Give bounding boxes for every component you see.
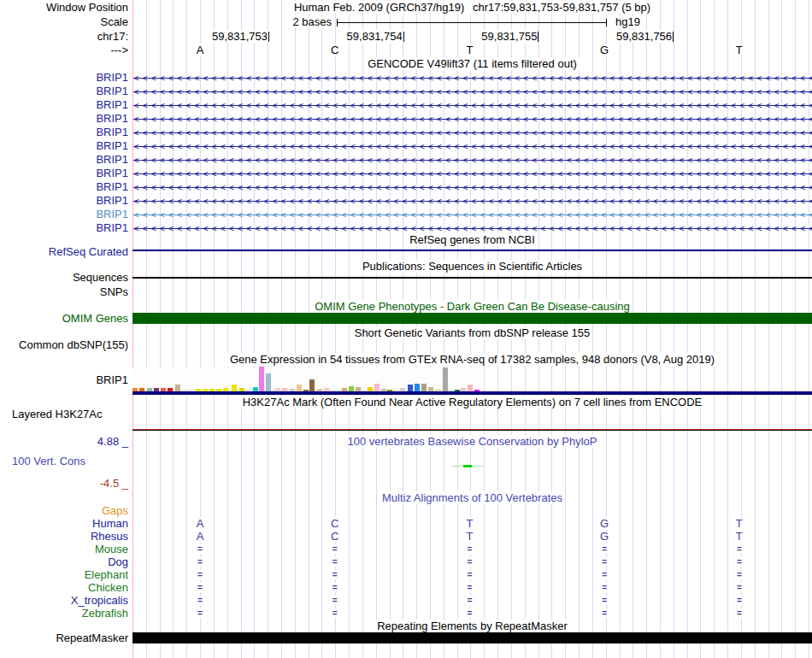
vert-cons-label[interactable]: 100 Vert. Cons bbox=[12, 455, 85, 467]
multiz-species-label[interactable]: X_tropicalis bbox=[0, 594, 128, 607]
gene-transcript-row[interactable]: BRIP1<<<<<<<<<<<<<<<<<<<<<<<<<<<<<<<<<<<… bbox=[0, 153, 812, 167]
multiz-align-cell: T bbox=[727, 517, 752, 530]
gencode-title[interactable]: GENCODE V49lift37 (11 items filtered out… bbox=[132, 58, 812, 70]
multiz-align-cell: T bbox=[456, 530, 482, 543]
multiz-align-cell: = bbox=[322, 543, 348, 555]
multiz-align-cell: = bbox=[727, 581, 752, 594]
gene-body[interactable]: <<<<<<<<<<<<<<<<<<<<<<<<<<<<<<<<<<<<<<<<… bbox=[133, 208, 812, 221]
multiz-align-cell: = bbox=[727, 607, 752, 620]
multiz-align-cell: = bbox=[727, 543, 752, 555]
gene-label[interactable]: BRIP1 bbox=[0, 112, 128, 126]
multiz-species-label[interactable]: Chicken bbox=[0, 581, 128, 594]
gene-body[interactable]: <<<<<<<<<<<<<<<<<<<<<<<<<<<<<<<<<<<<<<<<… bbox=[133, 194, 812, 208]
multiz-species-row: Mouse===== bbox=[0, 543, 812, 555]
dbsnp-title[interactable]: Short Genetic Variants from dbSNP releas… bbox=[132, 327, 812, 339]
omim-genes-label[interactable]: OMIM Genes bbox=[0, 313, 128, 325]
gene-transcript-row[interactable]: BRIP1<<<<<<<<<<<<<<<<<<<<<<<<<<<<<<<<<<<… bbox=[0, 71, 812, 85]
multiz-species-label[interactable]: Elephant bbox=[0, 568, 128, 581]
ruler-tick: 59,831,756 bbox=[0, 31, 674, 43]
omim-title[interactable]: OMIM Gene Phenotypes - Dark Green Can Be… bbox=[132, 301, 812, 313]
gtex-expression-plot[interactable] bbox=[132, 367, 480, 391]
gene-strand-arrows-icon: <<<<<<<<<<<<<<<<<<<<<<<<<<<<<<<<<<<<<<<<… bbox=[133, 194, 812, 208]
gene-transcript-row[interactable]: BRIP1<<<<<<<<<<<<<<<<<<<<<<<<<<<<<<<<<<<… bbox=[0, 126, 812, 139]
multiz-align-cell: = bbox=[187, 543, 213, 555]
gtex-tissue-bar bbox=[266, 373, 271, 391]
gene-transcript-row[interactable]: BRIP1<<<<<<<<<<<<<<<<<<<<<<<<<<<<<<<<<<<… bbox=[0, 208, 812, 221]
gene-label[interactable]: BRIP1 bbox=[0, 194, 128, 208]
gene-body[interactable]: <<<<<<<<<<<<<<<<<<<<<<<<<<<<<<<<<<<<<<<<… bbox=[133, 126, 812, 139]
gene-transcript-row[interactable]: BRIP1<<<<<<<<<<<<<<<<<<<<<<<<<<<<<<<<<<<… bbox=[0, 98, 812, 112]
multiz-align-cell: G bbox=[591, 517, 617, 530]
gene-label[interactable]: BRIP1 bbox=[0, 98, 128, 112]
gene-strand-arrows-icon: <<<<<<<<<<<<<<<<<<<<<<<<<<<<<<<<<<<<<<<<… bbox=[133, 98, 812, 112]
base-letter: T bbox=[456, 44, 482, 56]
gene-label[interactable]: BRIP1 bbox=[0, 126, 128, 139]
gtex-gene-label[interactable]: BRIP1 bbox=[0, 374, 128, 386]
publications-title[interactable]: Publications: Sequences in Scientific Ar… bbox=[132, 261, 812, 273]
multiz-align-cell: = bbox=[591, 555, 617, 568]
gtex-tissue-bar bbox=[468, 385, 473, 391]
base-letter: G bbox=[591, 44, 617, 56]
gene-transcript-row[interactable]: BRIP1<<<<<<<<<<<<<<<<<<<<<<<<<<<<<<<<<<<… bbox=[0, 167, 812, 180]
multiz-align-cell: C bbox=[322, 530, 348, 543]
gene-label[interactable]: BRIP1 bbox=[0, 221, 128, 235]
gtex-tissue-bar bbox=[415, 384, 420, 391]
multiz-gaps-label[interactable]: Gaps bbox=[0, 505, 128, 517]
gene-body[interactable]: <<<<<<<<<<<<<<<<<<<<<<<<<<<<<<<<<<<<<<<<… bbox=[133, 112, 812, 126]
gtex-baseline bbox=[132, 391, 812, 395]
gene-label[interactable]: BRIP1 bbox=[0, 139, 128, 153]
multiz-species-label[interactable]: Mouse bbox=[0, 543, 128, 555]
multiz-align-cell: = bbox=[322, 555, 348, 568]
multiz-species-row: HumanACTGT bbox=[0, 517, 812, 530]
gene-transcript-row[interactable]: BRIP1<<<<<<<<<<<<<<<<<<<<<<<<<<<<<<<<<<<… bbox=[0, 112, 812, 126]
gene-body[interactable]: <<<<<<<<<<<<<<<<<<<<<<<<<<<<<<<<<<<<<<<<… bbox=[133, 167, 812, 180]
scale-bar bbox=[337, 22, 607, 23]
sequences-label[interactable]: Sequences bbox=[0, 272, 128, 284]
multiz-title[interactable]: Multiz Alignments of 100 Vertebrates bbox=[132, 492, 812, 504]
gene-label[interactable]: BRIP1 bbox=[0, 167, 128, 180]
repeatmasker-bar[interactable] bbox=[132, 632, 812, 643]
gene-transcript-row[interactable]: BRIP1<<<<<<<<<<<<<<<<<<<<<<<<<<<<<<<<<<<… bbox=[0, 139, 812, 153]
multiz-species-label[interactable]: Rhesus bbox=[0, 530, 128, 543]
multiz-species-label[interactable]: Dog bbox=[0, 555, 128, 568]
gene-label[interactable]: BRIP1 bbox=[0, 153, 128, 167]
gtex-title[interactable]: Gene Expression in 54 tissues from GTEx … bbox=[132, 354, 812, 366]
refseq-curated-label[interactable]: RefSeq Curated bbox=[0, 246, 128, 258]
conservation-title[interactable]: 100 vertebrates Basewise Conservation by… bbox=[132, 436, 812, 448]
gene-label[interactable]: BRIP1 bbox=[0, 71, 128, 85]
repeatmasker-label[interactable]: RepeatMasker bbox=[0, 632, 128, 644]
gene-body[interactable]: <<<<<<<<<<<<<<<<<<<<<<<<<<<<<<<<<<<<<<<<… bbox=[133, 139, 812, 153]
sequences-track-line[interactable] bbox=[132, 277, 812, 279]
omim-gene-bar[interactable] bbox=[132, 313, 812, 324]
common-dbsnp-label[interactable]: Common dbSNP(155) bbox=[0, 339, 128, 351]
refseq-track-line[interactable] bbox=[132, 250, 812, 251]
repeatmasker-title[interactable]: Repeating Elements by RepeatMasker bbox=[132, 620, 812, 632]
gene-label[interactable]: BRIP1 bbox=[0, 208, 128, 221]
multiz-species-row: Dog===== bbox=[0, 555, 812, 568]
gene-body[interactable]: <<<<<<<<<<<<<<<<<<<<<<<<<<<<<<<<<<<<<<<<… bbox=[133, 85, 812, 98]
strand-label: ---> bbox=[0, 44, 128, 56]
gene-transcript-row[interactable]: BRIP1<<<<<<<<<<<<<<<<<<<<<<<<<<<<<<<<<<<… bbox=[0, 85, 812, 98]
gene-label[interactable]: BRIP1 bbox=[0, 180, 128, 194]
position-title: chr17:59,831,753-59,831,757 (5 bp) bbox=[470, 1, 653, 14]
gene-body[interactable]: <<<<<<<<<<<<<<<<<<<<<<<<<<<<<<<<<<<<<<<<… bbox=[133, 153, 812, 167]
multiz-species-label[interactable]: Zebrafish bbox=[0, 607, 128, 620]
gene-transcript-row[interactable]: BRIP1<<<<<<<<<<<<<<<<<<<<<<<<<<<<<<<<<<<… bbox=[0, 180, 812, 194]
gtex-tissue-bar bbox=[421, 384, 427, 391]
layered-h3k27ac-label[interactable]: Layered H3K27Ac bbox=[12, 408, 103, 420]
gene-body[interactable]: <<<<<<<<<<<<<<<<<<<<<<<<<<<<<<<<<<<<<<<<… bbox=[133, 71, 812, 85]
snps-label[interactable]: SNPs bbox=[0, 286, 128, 298]
scale-label: Scale bbox=[0, 16, 128, 28]
multiz-species-label[interactable]: Human bbox=[0, 517, 128, 530]
gene-transcript-row[interactable]: BRIP1<<<<<<<<<<<<<<<<<<<<<<<<<<<<<<<<<<<… bbox=[0, 194, 812, 208]
multiz-align-cell: = bbox=[456, 568, 482, 581]
refseq-title[interactable]: RefSeq genes from NCBI bbox=[132, 234, 812, 246]
gene-body[interactable]: <<<<<<<<<<<<<<<<<<<<<<<<<<<<<<<<<<<<<<<<… bbox=[133, 180, 812, 194]
multiz-align-cell: = bbox=[456, 555, 482, 568]
base-letter: T bbox=[727, 44, 752, 56]
h3k27ac-title[interactable]: H3K27Ac Mark (Often Found Near Active Re… bbox=[132, 397, 812, 408]
gene-transcript-row[interactable]: BRIP1<<<<<<<<<<<<<<<<<<<<<<<<<<<<<<<<<<<… bbox=[0, 221, 812, 235]
gene-label[interactable]: BRIP1 bbox=[0, 85, 128, 98]
gene-strand-arrows-icon: <<<<<<<<<<<<<<<<<<<<<<<<<<<<<<<<<<<<<<<<… bbox=[133, 112, 812, 126]
gene-body[interactable]: <<<<<<<<<<<<<<<<<<<<<<<<<<<<<<<<<<<<<<<<… bbox=[133, 98, 812, 112]
